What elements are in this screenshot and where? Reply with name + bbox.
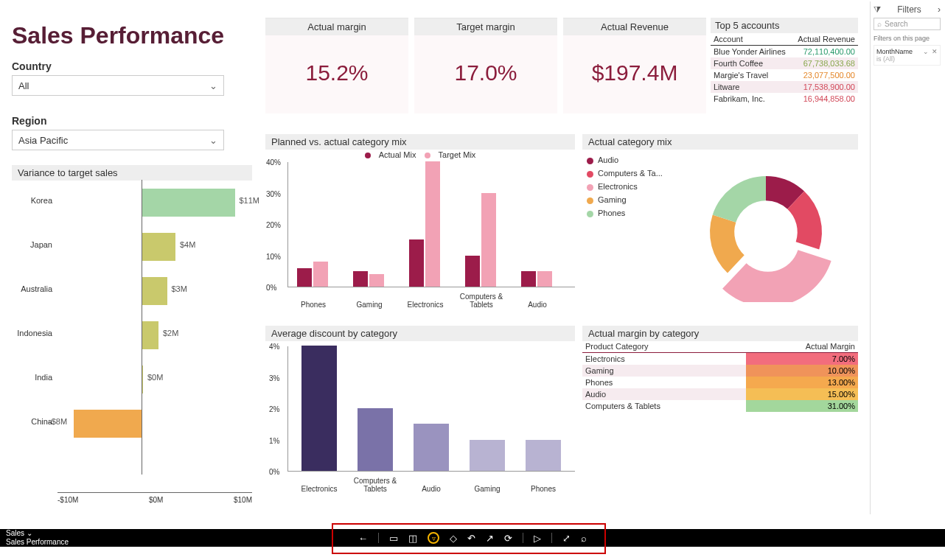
bookmark-icon[interactable]: ◫ (408, 533, 417, 544)
fullscreen-icon[interactable]: ⤢ (562, 533, 571, 544)
filter-card-monthname[interactable]: MonthName is (All) ⌄ ✕ (873, 45, 941, 66)
zoom-icon[interactable]: ⌕ (581, 533, 587, 544)
bar (313, 262, 328, 287)
country-label: Country (12, 60, 52, 72)
region-label: Region (12, 115, 46, 127)
chevron-down-icon: ⌄ (209, 135, 217, 146)
table-row[interactable]: Audio15.00% (582, 388, 858, 400)
chevron-down-icon: ⌄ (209, 80, 217, 91)
bar[interactable] (358, 408, 393, 471)
variance-chart[interactable]: Korea$11MJapan$4MAustralia$3MIndonesia$2… (12, 180, 252, 504)
region-dropdown[interactable]: Asia Pacific ⌄ (12, 130, 224, 150)
undo-icon[interactable]: ↶ (467, 533, 475, 544)
table-row[interactable]: Electronics7.00% (582, 353, 858, 365)
bar-value: $4M (180, 240, 195, 249)
bar (521, 271, 536, 287)
legend-target: Target Mix (439, 150, 476, 159)
col-revenue[interactable]: Actual Revenue (792, 33, 858, 46)
col-category[interactable]: Product Category (582, 340, 746, 353)
back-icon[interactable]: ← (358, 533, 368, 544)
bar (142, 277, 167, 305)
bar (425, 161, 440, 287)
col-margin[interactable]: Actual Margin (746, 340, 858, 353)
chevron-down-icon: ⌄ (27, 529, 32, 537)
panel-title: Top 5 accounts (711, 18, 858, 33)
x-tick-label: Phones (517, 485, 570, 493)
chevron-down-icon[interactable]: ⌄ (923, 48, 929, 55)
bar (297, 268, 312, 287)
kpi-target-margin[interactable]: Target margin 17.0% (414, 18, 557, 113)
bar-row[interactable]: India$0M (12, 357, 252, 401)
table-row[interactable]: Litware17,538,900.00 (711, 81, 858, 93)
refresh-icon[interactable]: ⟳ (504, 533, 512, 544)
bar (537, 271, 552, 287)
filters-search-input[interactable]: ⌕ Search (873, 18, 941, 30)
bar-row[interactable]: Korea$11M (12, 180, 252, 224)
legend-item[interactable]: Gaming (587, 193, 663, 206)
table-row[interactable]: Phones13.00% (582, 377, 858, 388)
selection-icon[interactable]: ▿ (428, 532, 439, 544)
table-row[interactable]: Computers & Tablets31.00% (582, 400, 858, 412)
bar[interactable] (470, 440, 505, 472)
avg-discount-chart[interactable]: 0%1%2%3%4%ElectronicsComputers & Tablets… (265, 339, 575, 504)
table-row[interactable]: Fabrikam, Inc.16,944,858.00 (711, 93, 858, 105)
bar[interactable] (301, 346, 337, 471)
x-tick-label: Gaming (343, 301, 396, 309)
bar-label: China (12, 417, 52, 426)
bar-row[interactable]: Indonesia$2M (12, 312, 252, 357)
kpi-value: 15.2% (265, 60, 408, 85)
x-tick-label: Audio (511, 301, 564, 309)
x-tick-label: Audio (405, 485, 458, 493)
kpi-actual-revenue[interactable]: Actual Revenue $197.4M (563, 18, 706, 113)
bar (465, 256, 480, 287)
donut-slice[interactable] (713, 176, 766, 223)
filters-pane[interactable]: ⧩ Filters › ⌕ Search Filters on this pag… (870, 1, 944, 514)
bar[interactable] (414, 424, 449, 471)
top-accounts-table[interactable]: Top 5 accounts Account Actual Revenue Bl… (711, 18, 858, 113)
country-dropdown[interactable]: All ⌄ (12, 75, 224, 96)
table-row[interactable]: Gaming10.00% (582, 365, 858, 377)
plot-area: 0%10%20%30%40%PhonesGamingElectronicsCom… (287, 162, 575, 287)
filter-card-value: is (All) (876, 55, 913, 63)
legend-dot-actual (365, 153, 371, 158)
legend-item[interactable]: Audio (587, 153, 663, 167)
chart-legend: Actual Mix Target Mix (265, 150, 575, 159)
bar-value: -$8M (49, 417, 67, 426)
kpi-actual-margin[interactable]: Actual margin 15.2% (265, 18, 408, 113)
clear-icon[interactable]: ✕ (932, 48, 938, 55)
margin-by-category-table[interactable]: Product Category Actual Margin Electroni… (582, 339, 858, 442)
legend-item[interactable]: Electronics (587, 180, 663, 193)
panel-title-variance: Variance to target sales (12, 165, 252, 181)
donut (696, 162, 836, 302)
bar-row[interactable]: China-$8M (12, 401, 252, 445)
legend-item[interactable]: Computers & Ta... (587, 167, 663, 180)
planned-vs-actual-chart[interactable]: Actual Mix Target Mix 0%10%20%30%40%Phon… (265, 147, 575, 317)
x-axis: -$10M$0M$10M (57, 492, 252, 504)
toolbar-buttons: ← ▭ ◫ ▿ ◇ ↶ ↗ ⟳ ▷ ⤢ ⌕ (358, 532, 587, 544)
kpi-title: Actual margin (265, 18, 408, 35)
page-icon[interactable]: ▭ (389, 533, 398, 544)
bar[interactable] (526, 440, 561, 472)
bar (74, 410, 142, 438)
bar (142, 233, 175, 261)
share-icon[interactable]: ↗ (486, 533, 494, 544)
eraser-icon[interactable]: ◇ (450, 533, 457, 544)
x-tick-label: Gaming (461, 485, 514, 493)
chevron-right-icon[interactable]: › (938, 4, 941, 15)
region-value: Asia Pacific (18, 135, 68, 146)
donut-slice[interactable] (710, 215, 745, 273)
bar-value: $0M (147, 373, 163, 382)
actual-category-mix-chart[interactable]: AudioComputers & Ta...ElectronicsGamingP… (582, 147, 858, 309)
table-row[interactable]: Margie's Travel23,077,500.00 (711, 69, 858, 81)
col-account[interactable]: Account (711, 33, 792, 46)
bar-row[interactable]: Japan$4M (12, 224, 252, 268)
legend-actual: Actual Mix (379, 150, 416, 159)
bar-row[interactable]: Australia$3M (12, 268, 252, 312)
breadcrumb-root[interactable]: Sales (6, 529, 24, 537)
table-row[interactable]: Blue Yonder Airlines72,110,400.00 (711, 46, 858, 58)
table-row[interactable]: Fourth Coffee67,738,033.68 (711, 57, 858, 69)
chart-legend: AudioComputers & Ta...ElectronicsGamingP… (587, 153, 663, 220)
x-tick-label: Electronics (399, 301, 452, 309)
legend-item[interactable]: Phones (587, 206, 663, 220)
play-icon[interactable]: ▷ (534, 533, 541, 544)
